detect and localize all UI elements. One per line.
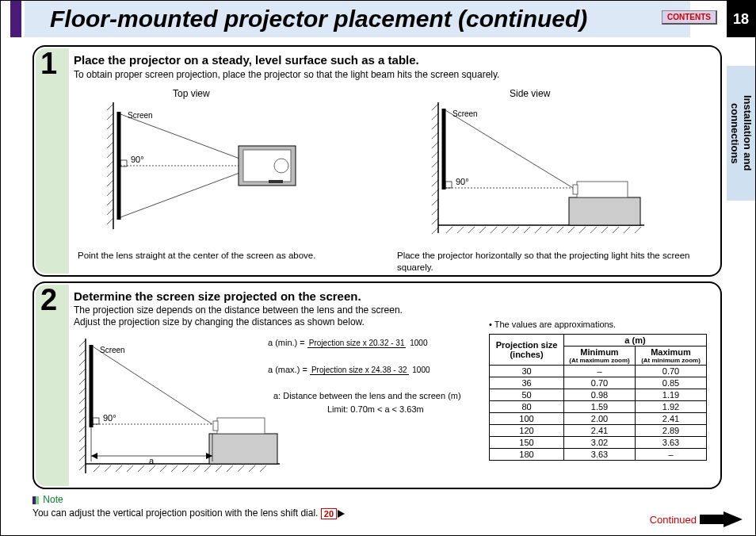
table-row: 30–0.70: [490, 366, 707, 377]
svg-line-70: [79, 359, 86, 366]
step2-number: 2: [40, 283, 57, 317]
table-row: 1503.023.63: [490, 437, 707, 449]
continued-label: Continued: [650, 514, 697, 526]
table-cell: 0.70: [636, 366, 707, 377]
step2-title: Determine the screen size projected on t…: [74, 289, 361, 303]
svg-line-71: [79, 369, 86, 375]
svg-line-25: [432, 104, 438, 110]
svg-rect-65: [569, 197, 640, 225]
table-cell: 2.41: [636, 413, 707, 425]
svg-line-97: [238, 465, 244, 472]
table-cell: 30: [490, 366, 564, 377]
svg-line-46: [502, 227, 508, 233]
svg-line-54: [590, 227, 597, 233]
svg-marker-115: [338, 510, 345, 518]
table-cell: 80: [490, 401, 564, 413]
svg-text:a: a: [149, 456, 155, 465]
svg-line-95: [216, 465, 222, 472]
svg-line-5: [107, 151, 113, 158]
svg-line-91: [171, 465, 178, 472]
table-cell: 3.63: [636, 437, 707, 449]
formula-min-den: 1000: [408, 339, 429, 347]
th-max-sub: (At minimum zoom): [640, 357, 701, 364]
table-row: 1002.002.41: [490, 413, 707, 425]
svg-line-31: [432, 161, 438, 167]
formula-min-num: Projection size x 20.32 - 31: [307, 339, 407, 348]
svg-text:Screen: Screen: [100, 346, 125, 354]
table-cell: 2.41: [564, 425, 636, 437]
note-text: You can adjust the vertical projection p…: [32, 507, 318, 519]
svg-line-84: [94, 465, 100, 472]
svg-line-1: [107, 113, 113, 120]
step2-section: 2 Determine the screen size projected on…: [32, 281, 722, 489]
side-view-label: Side view: [510, 88, 550, 99]
svg-line-0: [107, 104, 113, 110]
svg-line-34: [432, 190, 438, 196]
svg-text:90°: 90°: [103, 413, 116, 423]
svg-line-49: [535, 227, 541, 233]
svg-rect-67: [573, 185, 578, 194]
side-view-caption: Place the projector horizontally so that…: [397, 250, 714, 274]
top-view-diagram: Screen 90°: [105, 102, 311, 237]
svg-line-78: [79, 435, 86, 442]
svg-line-44: [479, 227, 486, 233]
svg-line-87: [127, 465, 133, 472]
svg-rect-24: [269, 180, 283, 183]
svg-marker-112: [91, 453, 97, 459]
contents-button[interactable]: CONTENTS: [662, 10, 717, 25]
svg-line-11: [107, 209, 113, 215]
svg-line-51: [557, 227, 563, 233]
th-minimum: Minimum: [569, 347, 630, 357]
formula-min: a (min.) = Projection size x 20.32 - 31 …: [268, 337, 429, 349]
projection-table: Projection size (inches) a (m) Minimum (…: [489, 334, 707, 461]
table-row: 1803.63–: [490, 449, 707, 461]
note-label: Note: [43, 494, 63, 505]
step1-number: 1: [40, 47, 57, 81]
note-block: Note You can adjust the vertical project…: [32, 494, 347, 519]
top-view-caption: Point the lens straight at the center of…: [78, 250, 395, 262]
table-cell: 1.92: [636, 401, 707, 413]
table-row: 1202.412.89: [490, 425, 707, 437]
svg-line-42: [457, 227, 464, 233]
svg-line-7: [107, 170, 113, 177]
svg-rect-107: [217, 418, 265, 434]
svg-line-27: [432, 123, 438, 129]
svg-line-36: [432, 209, 438, 215]
limit-text: Limit: 0.70m < a < 3.63m: [327, 404, 424, 415]
step1-section: 1 Place the projector on a steady, level…: [32, 45, 722, 277]
svg-line-68: [79, 340, 86, 346]
side-view-diagram: Screen 90°: [430, 102, 652, 237]
svg-line-86: [116, 465, 122, 472]
svg-rect-106: [209, 434, 277, 464]
svg-line-2: [107, 123, 113, 129]
svg-line-77: [79, 426, 86, 432]
note-icon: [32, 496, 39, 504]
svg-line-81: [79, 464, 86, 470]
svg-line-37: [432, 218, 438, 224]
table-cell: 100: [490, 413, 564, 425]
distance-diagram: Screen 90° a: [78, 339, 284, 485]
svg-line-30: [432, 151, 438, 158]
svg-line-28: [432, 132, 438, 139]
table-cell: 50: [490, 389, 564, 401]
svg-line-92: [182, 465, 189, 472]
svg-line-96: [227, 465, 233, 472]
svg-line-75: [79, 407, 86, 413]
svg-line-10: [107, 199, 113, 205]
table-cell: 1.19: [636, 389, 707, 401]
svg-line-69: [79, 350, 86, 356]
th-am: a (m): [564, 335, 707, 346]
table-row: 801.591.92: [490, 401, 707, 413]
svg-line-52: [568, 227, 575, 233]
svg-line-47: [513, 227, 519, 233]
formula-min-lhs: a (min.) =: [268, 338, 305, 347]
svg-line-17: [120, 172, 242, 217]
page-ref-link[interactable]: 20: [321, 508, 337, 519]
table-cell: 2.89: [636, 425, 707, 437]
svg-line-8: [107, 180, 113, 186]
table-cell: 3.02: [564, 437, 636, 449]
table-cell: 1.59: [564, 401, 636, 413]
table-cell: 180: [490, 449, 564, 461]
page-number: 18: [727, 1, 755, 37]
step1-title: Place the projector on a steady, level s…: [74, 53, 419, 67]
